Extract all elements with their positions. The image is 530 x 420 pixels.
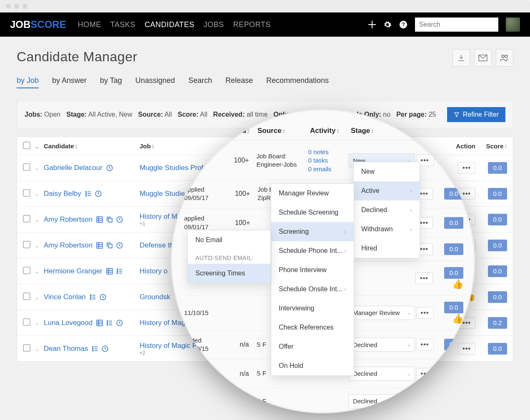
- email-template-option[interactable]: Screening Times: [188, 264, 270, 283]
- miles-value: 100+: [235, 190, 250, 197]
- expand-row-toggle[interactable]: ⌵: [35, 243, 38, 249]
- job-link[interactable]: History o: [140, 267, 168, 275]
- substage-option[interactable]: Offer: [271, 337, 354, 356]
- substage-option[interactable]: Schedule Phone Int...›: [271, 241, 354, 260]
- expand-row-toggle[interactable]: ⌵: [35, 165, 38, 171]
- expand-row-toggle[interactable]: ⌵: [35, 217, 38, 223]
- row-actions-button[interactable]: •••: [415, 272, 433, 284]
- substage-option[interactable]: Screening›: [271, 222, 354, 241]
- svg-point-21: [90, 297, 91, 298]
- stage-option-hired[interactable]: Hired: [354, 239, 420, 258]
- activity-link[interactable]: 0 emails: [308, 165, 348, 173]
- substage-option[interactable]: On Hold: [271, 356, 354, 375]
- subtab-by-tag[interactable]: by Tag: [100, 76, 122, 88]
- email-button[interactable]: [474, 49, 492, 67]
- substage-option[interactable]: Phone Interview: [271, 260, 354, 280]
- col-activity[interactable]: Activity: [310, 127, 335, 135]
- col-job[interactable]: Job: [140, 142, 151, 150]
- row-checkbox[interactable]: [23, 215, 30, 222]
- plus-icon[interactable]: [368, 21, 376, 28]
- candidate-link[interactable]: Amy Robertson: [44, 215, 92, 223]
- subtab-by-answer[interactable]: by Answer: [52, 76, 87, 88]
- candidate-link[interactable]: Luna Lovegood: [44, 319, 92, 327]
- clock-icon: [106, 164, 113, 172]
- brand-logo: JOBSCORE: [10, 19, 66, 30]
- substage-option[interactable]: Schedule Screening: [271, 203, 354, 222]
- refine-filter-button[interactable]: Refine Filter: [447, 107, 505, 122]
- row-checkbox[interactable]: [23, 318, 30, 326]
- expand-row-toggle[interactable]: ⌵: [35, 269, 38, 275]
- row-checkbox[interactable]: [23, 292, 30, 300]
- email-menu[interactable]: No EmailAUTO-SEND EMAIL:Screening Times: [188, 230, 271, 283]
- job-link[interactable]: History of Mag: [140, 319, 185, 327]
- row-actions-button[interactable]: •••: [416, 368, 434, 380]
- col-score[interactable]: Score: [486, 142, 504, 150]
- candidate-link[interactable]: Daisy Belby: [44, 190, 81, 198]
- subtab-by-job[interactable]: by Job: [17, 76, 39, 88]
- stage-option-declined[interactable]: Declined›: [354, 200, 420, 220]
- row-checkbox[interactable]: [23, 344, 30, 352]
- stage-option-withdrawn[interactable]: Withdrawn›: [354, 220, 420, 239]
- row-actions-button[interactable]: •••: [458, 162, 475, 174]
- search-input[interactable]: [415, 18, 498, 32]
- row-checkbox[interactable]: [23, 241, 30, 248]
- topnav-reports[interactable]: REPORTS: [233, 20, 271, 29]
- activity-link[interactable]: 0 tasks: [308, 156, 348, 165]
- stage-menu[interactable]: NewActive›Declined›Withdrawn›Hired: [353, 162, 420, 258]
- job-link[interactable]: History of Magic P: [140, 342, 197, 350]
- expand-row-toggle[interactable]: ⌵: [35, 191, 38, 197]
- substage-option[interactable]: Interviewing: [271, 299, 354, 318]
- stage-select[interactable]: Manager Review⌵: [348, 306, 415, 320]
- topnav-home[interactable]: HOME: [78, 20, 101, 29]
- substage-option[interactable]: Check References: [271, 318, 354, 337]
- candidate-link[interactable]: Hermione Granger: [44, 267, 102, 275]
- row-checkbox[interactable]: [23, 267, 30, 274]
- topnav-candidates[interactable]: CANDIDATES: [145, 20, 195, 29]
- row-actions-button[interactable]: •••: [416, 339, 434, 350]
- svg-rect-16: [107, 269, 112, 275]
- substage-menu[interactable]: Manager ReviewSchedule ScreeningScreenin…: [271, 183, 354, 376]
- subtab-release[interactable]: Release: [225, 76, 253, 88]
- select-all-checkbox[interactable]: [23, 142, 30, 149]
- job-link[interactable]: Groundsk: [140, 293, 170, 301]
- row-actions-button[interactable]: •••: [416, 307, 434, 319]
- row-checkbox[interactable]: [23, 189, 30, 197]
- row-checkbox[interactable]: [23, 163, 30, 171]
- miles-value: n/a: [240, 341, 249, 348]
- subtab-unassigned[interactable]: Unassigned: [135, 76, 175, 88]
- col-candidate[interactable]: Candidate: [44, 142, 74, 150]
- substage-option[interactable]: Schedule Onsite Int...›: [271, 280, 354, 299]
- expand-row-toggle[interactable]: ⌵: [35, 320, 38, 326]
- stage-select[interactable]: Declined⌵: [348, 367, 415, 381]
- col-source[interactable]: Source: [258, 127, 282, 135]
- candidate-link[interactable]: Vince Conlan: [44, 293, 86, 301]
- candidate-link[interactable]: Dean Thomas: [44, 345, 88, 352]
- expand-all-toggle[interactable]: ⌵: [35, 144, 38, 150]
- activity-link[interactable]: 0 notes: [308, 148, 348, 156]
- people-button[interactable]: [496, 49, 513, 67]
- download-button[interactable]: [452, 49, 470, 67]
- row-actions-button[interactable]: •••: [458, 343, 475, 355]
- job-link[interactable]: History of M: [140, 212, 178, 220]
- no-email-option[interactable]: No Email: [188, 230, 270, 250]
- topnav-tasks[interactable]: TASKS: [110, 20, 135, 29]
- subtab-search[interactable]: Search: [188, 76, 212, 88]
- job-link[interactable]: Muggle Studie: [140, 190, 185, 198]
- help-icon[interactable]: ?: [399, 20, 408, 29]
- col-stage[interactable]: Stage: [351, 127, 370, 135]
- topnav-jobs[interactable]: JOBS: [204, 20, 224, 29]
- substage-option[interactable]: Manager Review: [271, 184, 354, 203]
- candidate-link[interactable]: Gabrielle Delacour: [44, 164, 102, 172]
- stage-select[interactable]: Declined⌵: [348, 338, 415, 352]
- subtab-recommendations[interactable]: Recommendations: [266, 76, 329, 88]
- gear-icon[interactable]: [383, 20, 392, 29]
- stage-option-active[interactable]: Active›: [354, 181, 420, 200]
- stage-option-new[interactable]: New: [354, 162, 420, 181]
- job-link[interactable]: Muggle Studies Prof: [140, 164, 203, 172]
- stage-select[interactable]: Declined⌵: [348, 394, 415, 408]
- avatar[interactable]: [506, 18, 520, 32]
- source-text: Job Board:Engineer-Jobs: [256, 152, 297, 168]
- candidate-link[interactable]: Amy Robertson: [44, 241, 92, 249]
- expand-row-toggle[interactable]: ⌵: [35, 295, 38, 300]
- expand-row-toggle[interactable]: ⌵: [35, 346, 38, 352]
